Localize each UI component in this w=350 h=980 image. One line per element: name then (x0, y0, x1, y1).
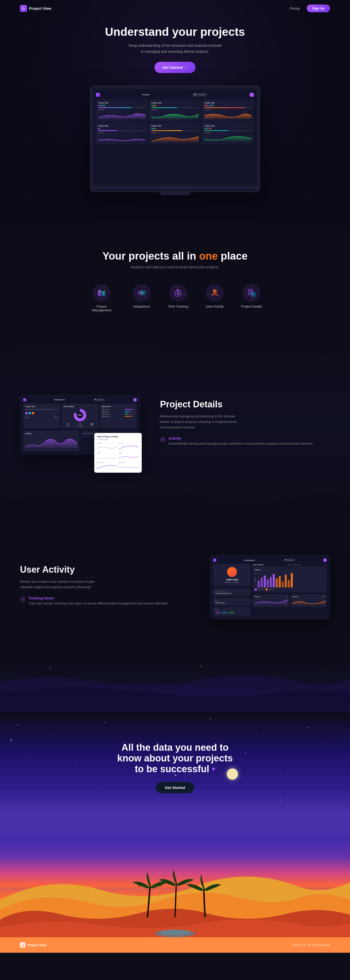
check-title: Activity (169, 436, 313, 441)
project1-label: Project 1 (258, 589, 264, 590)
progress-bar (151, 107, 199, 108)
night-cta-button[interactable]: Get Started (156, 782, 194, 793)
project-card: Project Title Progress (202, 100, 254, 121)
ua-user-name: Callie Cook (216, 578, 248, 581)
hero-content: Understand your projects Deep understand… (105, 25, 245, 73)
hours-title: Hours (255, 569, 325, 571)
time-tracking-icon (169, 284, 187, 302)
features-title: Your projects all in one place (20, 250, 330, 262)
check-desc: Systematically tracking and managing pro… (169, 441, 313, 446)
feature-label: Integrations (133, 305, 150, 308)
card-title: Project Title (151, 125, 199, 127)
features-title-start: Your projects all in (102, 250, 199, 262)
project-card: Project Title Progress (96, 123, 148, 144)
feature-item-project-details: Project Details (241, 284, 262, 312)
footer: ◇ Project View © Acme, Inc. All rights r… (0, 937, 350, 953)
project-card: Project Title Progress (149, 100, 201, 121)
hero-subtitle: Deep understanding of the intricacies an… (127, 43, 223, 55)
tracking-title: Tracking Hours (29, 596, 169, 600)
check-icon: ✓ (160, 437, 165, 442)
card-chart (205, 111, 252, 119)
features-grid: Project Management Integrations (20, 284, 330, 312)
search-text: Search (198, 94, 205, 96)
dash-logo-sm (96, 93, 100, 97)
laptop-stand (160, 192, 190, 195)
desert-section (0, 837, 350, 937)
svg-point-5 (143, 292, 144, 294)
user-activity-section: User Activity Monitor and analyze user a… (0, 512, 350, 662)
check-icon: ✓ (20, 597, 25, 602)
progress-bar (205, 107, 252, 108)
ua-user-role: Software Engineer (216, 581, 248, 583)
pd-description: Meticulously managing and attending to t… (160, 414, 240, 430)
pd-text-content: Project Details Meticulously managing an… (160, 399, 330, 450)
night-sky-section: All the data you need to know about your… (0, 712, 350, 837)
night-title-text: All the data you need to know about your… (117, 742, 233, 774)
ua-heading: User Activity (20, 565, 190, 575)
ua-text-content: User Activity Monitor and analyze user a… (20, 565, 190, 610)
card-chart (151, 111, 199, 119)
svg-point-16 (214, 290, 216, 292)
project-cards-grid: Project Title Progress (96, 100, 254, 144)
footer-logo-icon: ◇ (20, 942, 25, 948)
hours-chart: Hours Hours (253, 566, 327, 592)
donut-label: 81% (78, 414, 82, 416)
laptop-body: Projects 🔍 Search Project Title (90, 86, 260, 188)
svg-point-11 (178, 293, 178, 294)
user-activity-icon (206, 284, 223, 302)
features-title-end: place (218, 250, 248, 262)
svg-rect-21 (251, 292, 255, 296)
feature-item-user-activity: User Activity (206, 284, 224, 312)
footer-copyright: © Acme, Inc. All rights reserved (292, 943, 330, 947)
hero-section: Understand your projects Deep understand… (0, 0, 350, 225)
project2-chart-label: Project 2 (292, 596, 298, 597)
laptop-mockup: Projects 🔍 Search Project Title (90, 86, 260, 195)
dash-avatar (250, 92, 254, 97)
progress-bar (98, 107, 145, 108)
features-title-highlight: one (199, 250, 218, 262)
feature-label: Project Management (88, 305, 116, 312)
project-card: Project Title Progress (202, 123, 254, 144)
feature-label: User Activity (206, 305, 224, 308)
card-chart (98, 111, 145, 119)
feature-label: Project Details (241, 305, 262, 308)
night-title: All the data you need to know about your… (113, 742, 237, 775)
nav-right: Pricing Sign Up (290, 5, 330, 12)
project-details-icon (243, 284, 260, 302)
search-icon: 🔍 (194, 94, 197, 96)
svg-point-4 (140, 292, 141, 294)
pd-search[interactable]: Search (98, 399, 103, 401)
laptop-base (90, 188, 260, 192)
milestones-label: Milestones (102, 406, 135, 407)
project2-label: Project 2 (268, 589, 274, 590)
logo[interactable]: ◇ Project View (20, 5, 51, 12)
tasks-status: Tasks Status (64, 406, 96, 407)
tod-most-active: Most Active (99, 439, 108, 441)
project-details-mockup: Dashboard 🔍Search Project Title Some pro… (20, 395, 140, 455)
time-of-day-popup: Time of Day Activity ⊙ Most Active 12-4a… (94, 433, 142, 473)
hero-cta-button[interactable]: Get Started → (154, 62, 196, 73)
hero-title: Understand your projects (105, 25, 245, 39)
navbar: ◇ Project View Pricing Sign Up (0, 0, 350, 17)
ua-screen: Dashboard 🔍 Search Callie Cook Software … (210, 555, 330, 619)
tracking-desc: Track user activity, including hours spe… (29, 601, 169, 606)
pricing-link[interactable]: Pricing (290, 6, 300, 10)
signup-button[interactable]: Sign Up (307, 5, 330, 12)
project-card: Project Title Progress (96, 100, 148, 121)
feature-item-time-tracking: Time Tracking (168, 284, 188, 312)
progress-bar (151, 130, 199, 131)
progress-bar (205, 130, 252, 131)
pd-feature-check: ✓ Activity Systematically tracking and m… (160, 436, 330, 446)
features-subtitle: Analytics and data you need to know abou… (20, 265, 330, 269)
dash-mini-bar: Projects 🔍 Search (96, 92, 254, 98)
logo-text: Project View (29, 6, 51, 11)
card-title: Project Title (205, 102, 252, 104)
card-chart (205, 135, 252, 142)
project-details-section: Dashboard 🔍Search Project Title Some pro… (0, 337, 350, 512)
feature-item-integrations: Integrations (133, 284, 151, 312)
card-title: Project Title (98, 102, 145, 104)
dash-search[interactable]: 🔍 Search (192, 93, 208, 97)
activity-label: Activity (25, 433, 77, 434)
tod-title: Time of Day Activity (97, 435, 139, 438)
project1-chart-label: Project 1 (254, 596, 261, 597)
